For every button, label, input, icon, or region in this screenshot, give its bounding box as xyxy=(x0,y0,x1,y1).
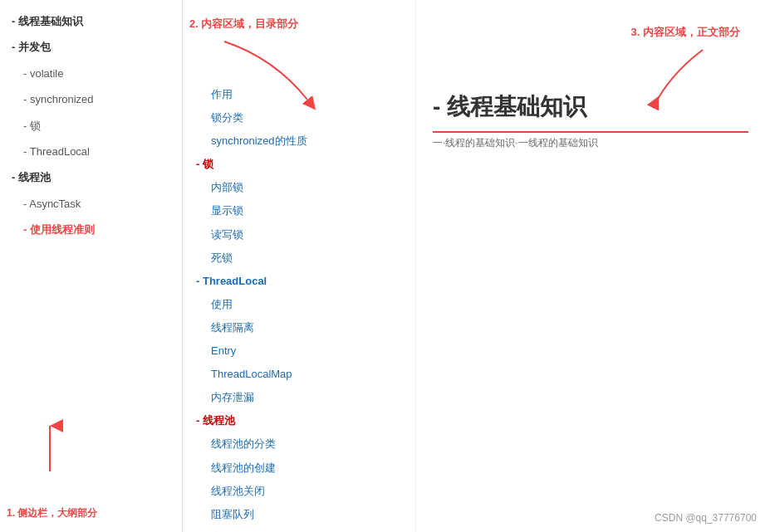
body-subtitle: 一·线程的基础知识·一线程的基础知识 xyxy=(433,131,748,150)
sidebar-item-s4[interactable]: - synchronized xyxy=(0,86,182,112)
toc-items: 作用锁分类synchronized的性质- 锁内部锁显示锁读写锁死锁- Thre… xyxy=(196,83,402,532)
sidebar-item-s2[interactable]: - 并发包 xyxy=(0,34,182,60)
toc-item-t16[interactable]: 线程池的分类 xyxy=(196,432,402,456)
sidebar-annotation-label: 1. 侧边栏，大纲部分 xyxy=(7,505,97,520)
toc-item-t8[interactable]: 死锁 xyxy=(196,246,402,270)
toc-item-t7[interactable]: 读写锁 xyxy=(196,223,402,246)
main-content: 2. 内容区域，目录部分 作用锁分类synchronized的性质- 锁内部锁显… xyxy=(183,0,765,532)
sidebar-item-s1[interactable]: - 线程基础知识 xyxy=(0,8,182,34)
sidebar: - 线程基础知识- 并发包- volatile- synchronized- 锁… xyxy=(0,0,183,532)
toc-item-t12[interactable]: Entry xyxy=(196,339,402,363)
toc-item-t13[interactable]: ThreadLocalMap xyxy=(196,363,402,386)
body-annotation-arrow xyxy=(653,50,719,119)
toc-item-t10[interactable]: 使用 xyxy=(196,293,402,316)
sidebar-item-s5[interactable]: - 锁 xyxy=(0,113,182,139)
toc-annotation-label: 2. 内容区域，目录部分 xyxy=(189,17,298,32)
toc-item-t4[interactable]: - 锁 xyxy=(196,153,402,176)
sidebar-item-s7[interactable]: - 线程池 xyxy=(0,164,182,190)
sidebar-item-s8[interactable]: - AsyncTask xyxy=(0,191,182,217)
toc-area: 2. 内容区域，目录部分 作用锁分类synchronized的性质- 锁内部锁显… xyxy=(183,0,415,532)
watermark: CSDN @qq_37776700 xyxy=(655,512,757,524)
toc-item-t20[interactable]: 案例Okhttp xyxy=(196,526,402,532)
sidebar-item-s6[interactable]: - ThreadLocal xyxy=(0,139,182,164)
toc-item-t17[interactable]: 线程池的创建 xyxy=(196,456,402,480)
sidebar-item-s9[interactable]: - 使用线程准则 xyxy=(0,217,182,242)
toc-item-t11[interactable]: 线程隔离 xyxy=(196,316,402,339)
toc-item-t9[interactable]: - ThreadLocal xyxy=(196,270,402,293)
sidebar-annotation-text: 1. 侧边栏，大纲部分 xyxy=(7,507,97,519)
body-annotation-label: 3. 内容区域，正文部分 xyxy=(631,25,740,40)
body-area: 3. 内容区域，正文部分 - 线程基础知识 一·线程的基础知识·一线程的基础知识… xyxy=(415,0,765,532)
toc-item-t14[interactable]: 内存泄漏 xyxy=(196,386,402,409)
toc-item-t3[interactable]: synchronized的性质 xyxy=(196,129,402,153)
sidebar-item-s3[interactable]: - volatile xyxy=(0,61,182,86)
toc-item-t6[interactable]: 显示锁 xyxy=(196,199,402,222)
sidebar-annotation xyxy=(25,413,100,482)
toc-item-t19[interactable]: 阻塞队列 xyxy=(196,503,402,526)
toc-annotation-arrow xyxy=(224,41,324,110)
toc-item-t15[interactable]: - 线程池 xyxy=(196,409,402,432)
toc-item-t18[interactable]: 线程池关闭 xyxy=(196,480,402,503)
toc-item-t5[interactable]: 内部锁 xyxy=(196,176,402,199)
